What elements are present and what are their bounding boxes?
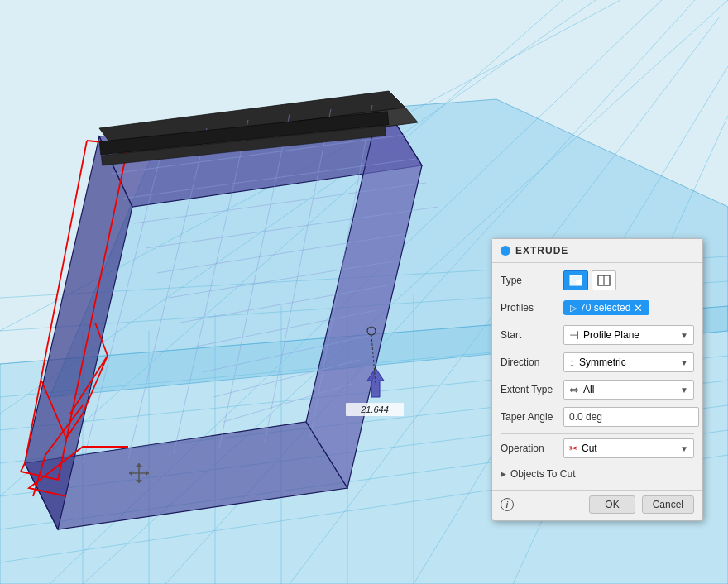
svg-line-34	[122, 159, 416, 199]
profiles-chip: ▷ 70 selected ✕	[563, 300, 649, 315]
extent-type-row: Extent Type ⇔ All ▼	[500, 379, 694, 400]
svg-rect-64	[576, 280, 582, 285]
direction-row: Direction ↕ Symmetric ▼	[500, 352, 694, 373]
profiles-value: 70 selected	[580, 302, 630, 314]
profiles-control: ▷ 70 selected ✕	[563, 300, 694, 315]
svg-line-37	[157, 233, 410, 273]
start-label: Start	[500, 329, 563, 341]
svg-marker-62	[136, 480, 142, 483]
svg-line-41	[203, 336, 368, 372]
profiles-row: Profiles ▷ 70 selected ✕	[500, 297, 694, 318]
direction-control: ↕ Symmetric ▼	[563, 352, 694, 372]
svg-line-39	[180, 285, 387, 323]
extrude-panel: EXTRUDE Type	[491, 238, 703, 521]
svg-line-48	[265, 109, 331, 443]
operation-row: Operation ✂ Cut ▼	[500, 438, 694, 459]
svg-line-35	[134, 183, 426, 223]
direction-dropdown-inner: ↕ Symmetric	[569, 356, 626, 369]
svg-line-24	[0, 0, 563, 496]
panel-header-icon	[500, 246, 510, 256]
direction-value: Symmetric	[579, 357, 626, 368]
direction-dropdown[interactable]: ↕ Symmetric ▼	[563, 352, 694, 372]
profiles-label: Profiles	[500, 302, 563, 314]
svg-line-38	[169, 261, 397, 298]
operation-value: Cut	[582, 443, 597, 454]
operation-label: Operation	[500, 443, 563, 454]
svg-line-43	[223, 384, 352, 422]
extent-type-label: Extent Type	[500, 384, 563, 395]
svg-rect-50	[99, 112, 389, 155]
taper-angle-input[interactable]	[563, 407, 699, 427]
extent-type-control: ⇔ All ▼	[563, 380, 694, 400]
svg-line-40	[192, 310, 376, 347]
panel-footer: i OK Cancel	[492, 490, 702, 520]
svg-text:21.644: 21.644	[360, 404, 389, 414]
operation-dropdown[interactable]: ✂ Cut ▼	[563, 438, 694, 458]
panel-header: EXTRUDE	[492, 239, 702, 263]
svg-rect-51	[101, 126, 386, 165]
objects-to-cut-row[interactable]: ▶ Objects To Cut	[500, 465, 694, 483]
svg-marker-27	[99, 99, 422, 207]
svg-marker-28	[25, 422, 347, 529]
svg-line-46	[174, 120, 248, 453]
svg-marker-32	[112, 108, 418, 160]
extent-type-dropdown-arrow: ▼	[680, 385, 688, 395]
type-label: Type	[500, 275, 563, 286]
svg-line-36	[146, 207, 438, 248]
start-dropdown-inner: ⊣ Profile Plane	[569, 328, 639, 342]
svg-marker-52	[367, 368, 384, 397]
svg-marker-29	[25, 136, 132, 529]
extent-type-dropdown[interactable]: ⇔ All ▼	[563, 380, 694, 400]
start-dropdown-arrow: ▼	[680, 331, 688, 340]
info-button[interactable]: i	[500, 498, 514, 511]
ok-button[interactable]: OK	[589, 495, 635, 514]
svg-marker-59	[129, 470, 132, 476]
panel-title: EXTRUDE	[515, 245, 568, 256]
extent-type-dropdown-inner: ⇔ All	[569, 383, 594, 396]
objects-to-cut-triangle: ▶	[500, 470, 506, 478]
extent-type-value: All	[583, 384, 594, 395]
operation-dropdown-inner: ✂ Cut	[569, 443, 597, 454]
type-solid-button[interactable]	[563, 270, 588, 290]
taper-angle-row: Taper Angle	[500, 406, 694, 428]
svg-line-45	[128, 128, 207, 459]
objects-to-cut-label: Objects To Cut	[510, 468, 575, 480]
svg-line-44	[83, 136, 165, 463]
svg-rect-55	[346, 403, 404, 416]
operation-dropdown-arrow: ▼	[680, 444, 688, 453]
cancel-button[interactable]: Cancel	[642, 495, 694, 514]
svg-marker-31	[99, 91, 405, 145]
start-dropdown[interactable]: ⊣ Profile Plane ▼	[563, 325, 694, 345]
start-icon: ⊣	[569, 328, 579, 342]
svg-marker-30	[306, 99, 422, 488]
direction-label: Direction	[500, 357, 563, 368]
svg-line-33	[112, 135, 405, 174]
direction-icon: ↕	[569, 356, 575, 369]
svg-line-54	[371, 335, 376, 385]
taper-angle-control	[563, 407, 699, 427]
profiles-clear-button[interactable]: ✕	[634, 303, 643, 314]
svg-point-53	[367, 327, 376, 335]
svg-line-47	[219, 114, 290, 448]
type-row: Type	[500, 270, 694, 291]
svg-line-42	[213, 360, 360, 397]
panel-body: Type Profiles	[492, 263, 702, 490]
operation-control: ✂ Cut ▼	[563, 438, 694, 458]
start-value: Profile Plane	[583, 329, 639, 341]
profiles-icon: ▷	[570, 303, 577, 314]
operation-icon: ✂	[569, 443, 577, 454]
svg-marker-61	[136, 463, 142, 467]
divider-1	[500, 433, 694, 434]
type-control	[563, 270, 694, 290]
svg-line-49	[310, 105, 372, 438]
start-row: Start ⊣ Profile Plane ▼	[500, 324, 694, 346]
direction-dropdown-arrow: ▼	[680, 358, 688, 367]
extent-type-icon: ⇔	[569, 383, 579, 396]
start-control: ⊣ Profile Plane ▼	[563, 325, 694, 345]
type-surface-button[interactable]	[592, 270, 616, 290]
svg-marker-60	[146, 470, 149, 476]
taper-angle-label: Taper Angle	[500, 411, 563, 423]
